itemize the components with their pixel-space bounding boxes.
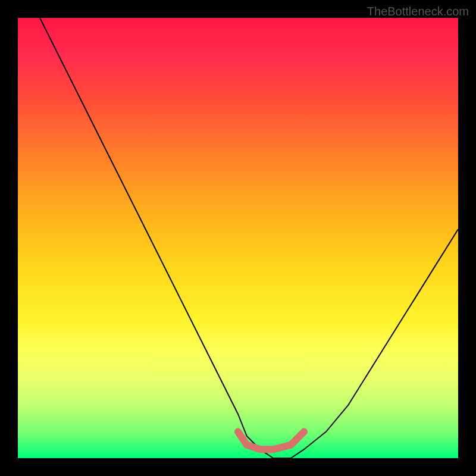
plot-area: [18, 18, 458, 458]
watermark-text: TheBottleneck.com: [367, 5, 469, 18]
chart-svg: [18, 18, 458, 458]
bottleneck-curve: [40, 18, 458, 458]
highlight-trough: [238, 432, 304, 450]
